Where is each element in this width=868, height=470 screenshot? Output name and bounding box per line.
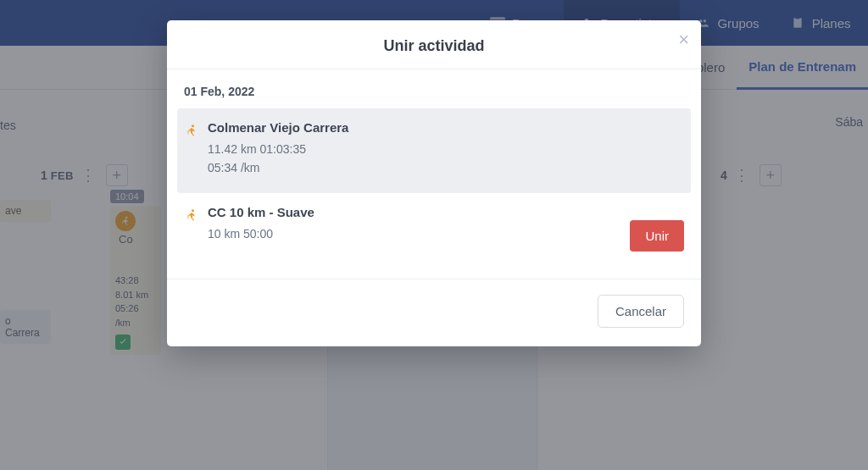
cancel-button[interactable]: Cancelar bbox=[598, 295, 684, 328]
join-button[interactable]: Unir bbox=[630, 220, 684, 252]
activity-stat-line: 11.42 km 01:03:35 bbox=[208, 140, 684, 158]
join-activity-modal: Unir actividad × 01 Feb, 2022 Colmenar V… bbox=[167, 20, 701, 346]
activity-option-selected[interactable]: Colmenar Viejo Carrera 11.42 km 01:03:35… bbox=[177, 108, 691, 193]
activity-option[interactable]: CC 10 km - Suave 10 km 50:00 Unir bbox=[167, 193, 701, 267]
close-button[interactable]: × bbox=[678, 30, 689, 49]
modal-overlay[interactable]: Unir actividad × 01 Feb, 2022 Colmenar V… bbox=[0, 0, 868, 470]
runner-icon bbox=[184, 123, 199, 141]
modal-title: Unir actividad bbox=[187, 37, 681, 55]
modal-date: 01 Feb, 2022 bbox=[167, 85, 701, 108]
activity-title: CC 10 km - Suave bbox=[208, 205, 621, 219]
activity-stat-line: 05:34 /km bbox=[208, 158, 684, 177]
runner-icon bbox=[184, 207, 199, 226]
activity-stat-line: 10 km 50:00 bbox=[208, 224, 621, 243]
activity-title: Colmenar Viejo Carrera bbox=[208, 120, 684, 135]
